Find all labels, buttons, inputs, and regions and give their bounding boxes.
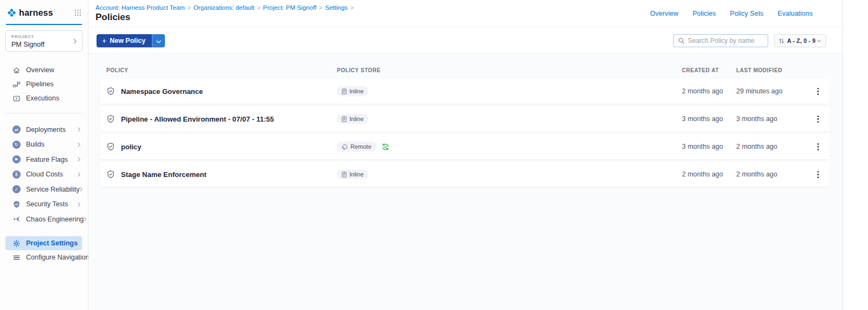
chevron-down-icon bbox=[817, 40, 821, 42]
remote-icon bbox=[342, 144, 348, 150]
table-header: POLICY POLICY STORE CREATED AT LAST MODI… bbox=[100, 66, 830, 74]
table-row[interactable]: Stage Name Enforcement Inline 2 months a… bbox=[100, 162, 830, 187]
sidebar-item-cloud-costs[interactable]: $ Cloud Costs bbox=[0, 167, 87, 182]
chevron-right-icon bbox=[78, 172, 81, 177]
plus-icon: + bbox=[102, 36, 106, 45]
created-at: 2 months ago bbox=[682, 87, 736, 95]
brand-logo[interactable]: harness bbox=[0, 0, 88, 23]
chevron-right-icon bbox=[78, 142, 81, 147]
gear-icon bbox=[12, 239, 21, 248]
search-input[interactable] bbox=[688, 37, 763, 45]
sidebar-item-overview[interactable]: Overview bbox=[0, 63, 87, 77]
doc-icon bbox=[342, 116, 347, 122]
sidebar-item-service-reliability[interactable]: ✓ Service Reliability bbox=[0, 182, 87, 197]
sidebar-item-executions[interactable]: Executions bbox=[0, 91, 87, 105]
created-at: 3 months ago bbox=[682, 143, 736, 150]
nav-policy-sets[interactable]: Policy Sets bbox=[730, 10, 764, 17]
policies-content: POLICY POLICY STORE CREATED AT LAST MODI… bbox=[88, 54, 843, 310]
chevron-right-icon bbox=[84, 217, 87, 222]
sidebar-bottom-nav: Project Settings Configure Navigation bbox=[0, 236, 87, 264]
policy-store-label: Inline bbox=[349, 116, 363, 122]
brand-accent-divider bbox=[6, 24, 82, 25]
chevron-right-icon bbox=[73, 38, 77, 44]
policy-name: Namespace Governance bbox=[121, 87, 203, 96]
search-icon bbox=[678, 37, 685, 44]
sidebar-item-deployments[interactable]: ⇄ Deployments bbox=[0, 122, 87, 137]
project-label: PROJECT bbox=[11, 34, 76, 39]
policy-name: Pipeline - Allowed Environment - 07/07 -… bbox=[121, 115, 274, 123]
policy-shield-icon bbox=[106, 142, 115, 151]
sort-label: A - Z, 0 - 9 bbox=[787, 37, 815, 44]
nav-policies[interactable]: Policies bbox=[692, 10, 716, 17]
executions-icon bbox=[12, 94, 21, 103]
table-row[interactable]: Pipeline - Allowed Environment - 07/07 -… bbox=[100, 106, 830, 131]
service-reliability-icon: ✓ bbox=[12, 185, 21, 194]
sidebar-module-nav: ⇄ Deployments ↻ Builds ⚑ Feature Flags $… bbox=[0, 122, 87, 227]
breadcrumb-link[interactable]: Project: PM Signoff bbox=[263, 4, 316, 11]
created-at: 3 months ago bbox=[682, 115, 736, 123]
policy-store-badge: Inline bbox=[337, 169, 368, 179]
sort-dropdown[interactable]: A - Z, 0 - 9 bbox=[774, 34, 826, 47]
sidebar-top-nav: Overview Pipelines Executions bbox=[0, 63, 87, 105]
sort-arrows-icon bbox=[778, 38, 784, 44]
chevron-down-icon bbox=[156, 36, 161, 46]
policy-store-badge: Inline bbox=[337, 114, 368, 124]
harness-logo-icon bbox=[7, 8, 17, 18]
chevron-right-icon bbox=[78, 157, 81, 162]
policy-store-badge: Inline bbox=[337, 86, 368, 96]
breadcrumb-link[interactable]: Account: Harness Product Team bbox=[95, 4, 185, 11]
table-row[interactable]: policy Remote 3 months ago 2 months ago bbox=[100, 134, 830, 159]
sidebar-item-feature-flags[interactable]: ⚑ Feature Flags bbox=[0, 152, 87, 167]
policy-name: Stage Name Enforcement bbox=[121, 170, 207, 179]
new-policy-split-button: + New Policy bbox=[97, 34, 165, 47]
column-header: POLICY bbox=[106, 67, 337, 73]
column-header: CREATED AT bbox=[682, 67, 736, 73]
doc-icon bbox=[342, 88, 347, 94]
row-menu-button[interactable] bbox=[815, 86, 821, 97]
policies-table: Namespace Governance Inline 2 months ago… bbox=[100, 79, 830, 187]
last-modified: 2 months ago bbox=[736, 170, 806, 178]
nav-overview[interactable]: Overview bbox=[650, 10, 678, 17]
new-policy-dropdown-button[interactable] bbox=[152, 34, 165, 47]
doc-icon bbox=[342, 172, 347, 178]
sidebar-item-chaos-engineering[interactable]: Chaos Engineering bbox=[0, 212, 87, 227]
column-header: LAST MODIFIED bbox=[736, 67, 806, 73]
row-menu-button[interactable] bbox=[815, 142, 821, 152]
top-nav: Overview Policies Policy Sets Evaluation… bbox=[650, 10, 813, 17]
cloud-costs-icon: $ bbox=[12, 170, 21, 179]
page-title: Policies bbox=[95, 12, 130, 23]
last-modified: 3 months ago bbox=[736, 115, 806, 123]
deployments-icon: ⇄ bbox=[12, 125, 21, 134]
policy-name: policy bbox=[121, 143, 142, 151]
row-menu-button[interactable] bbox=[815, 114, 821, 124]
table-row[interactable]: Namespace Governance Inline 2 months ago… bbox=[100, 79, 830, 104]
brand-name: harness bbox=[19, 8, 53, 18]
chevron-right-icon bbox=[80, 187, 83, 192]
sidebar-item-configure-navigation[interactable]: Configure Navigation bbox=[5, 250, 82, 264]
policy-store-label: Inline bbox=[349, 88, 363, 94]
breadcrumb: Account: Harness Product Team > Organiza… bbox=[95, 4, 354, 11]
project-selector[interactable]: PROJECT PM Signoff bbox=[5, 30, 82, 52]
breadcrumb-separator: > bbox=[350, 4, 354, 11]
new-policy-button[interactable]: + New Policy bbox=[97, 34, 152, 47]
chevron-right-icon bbox=[78, 127, 81, 132]
home-icon bbox=[12, 66, 21, 74]
policy-shield-icon bbox=[106, 115, 115, 123]
chaos-engineering-icon bbox=[12, 215, 21, 224]
policy-shield-icon bbox=[106, 87, 115, 96]
screen: harness PROJECT PM Signoff Overview Pipe… bbox=[0, 0, 868, 310]
pipelines-icon bbox=[12, 80, 21, 88]
new-policy-label: New Policy bbox=[110, 37, 145, 45]
nav-evaluations[interactable]: Evaluations bbox=[777, 10, 813, 17]
sidebar-item-security-tests[interactable]: Security Tests bbox=[0, 197, 87, 212]
chevron-right-icon bbox=[78, 202, 81, 207]
row-menu-button[interactable] bbox=[815, 169, 821, 180]
breadcrumb-link[interactable]: Settings bbox=[325, 4, 348, 11]
sidebar-item-builds[interactable]: ↻ Builds bbox=[0, 137, 87, 153]
last-modified: 29 minutes ago bbox=[736, 87, 806, 95]
sidebar-item-pipelines[interactable]: Pipelines bbox=[0, 77, 87, 91]
breadcrumb-link[interactable]: Organizations: default bbox=[194, 4, 254, 11]
app-launcher-icon[interactable] bbox=[74, 9, 81, 16]
sidebar-item-project-settings[interactable]: Project Settings bbox=[5, 236, 82, 250]
security-tests-icon bbox=[12, 200, 21, 208]
